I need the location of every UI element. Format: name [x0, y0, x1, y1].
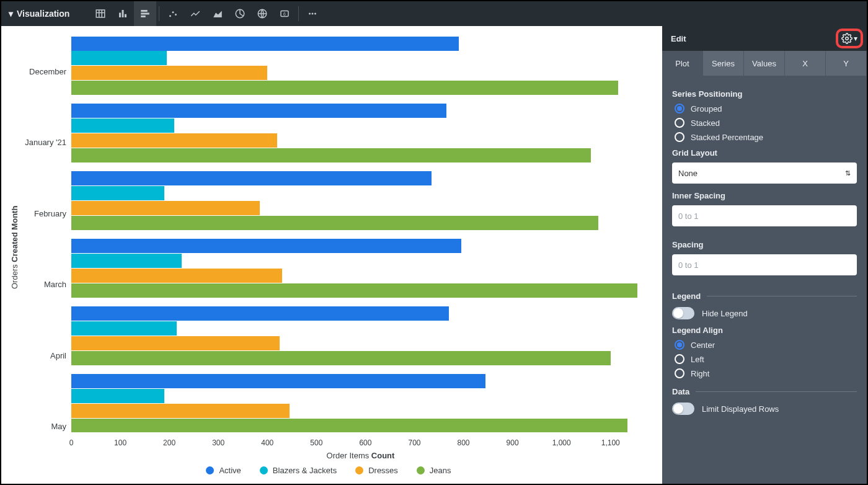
svg-rect-0 [97, 10, 105, 17]
legend-align-radio-group: CenterLeftRight [672, 340, 857, 378]
chart-type-area-button[interactable] [206, 1, 229, 26]
visualization-title-toggle[interactable]: ▾ Visualization [1, 1, 77, 26]
area-icon [212, 8, 223, 19]
bar-dresses[interactable] [71, 336, 280, 350]
svg-rect-5 [122, 10, 124, 17]
grid-layout-select[interactable]: None ⇅ [672, 162, 857, 184]
series-positioning-stacked-radio[interactable]: Stacked [675, 118, 857, 128]
series-positioning-stacked-percentage-radio[interactable]: Stacked Percentage [675, 132, 857, 142]
chart-type-icons: 6 [89, 1, 324, 26]
bar-icon [140, 8, 151, 19]
bar-blazers-jackets[interactable] [71, 254, 182, 268]
bar-active[interactable] [71, 239, 461, 253]
x-tick: 0 [69, 438, 74, 447]
bar-blazers-jackets[interactable] [71, 186, 164, 200]
chart-type-map-button[interactable] [251, 1, 273, 26]
legend-item-dresses[interactable]: Dresses [355, 466, 398, 475]
legend-align-center-radio[interactable]: Center [675, 340, 857, 350]
chart-type-column-button[interactable] [112, 1, 134, 26]
inner-spacing-input[interactable] [672, 205, 857, 226]
tab-x[interactable]: X [785, 51, 826, 76]
legend-dot-icon [355, 466, 363, 474]
single-value-icon: 6 [279, 8, 290, 19]
bar-jeans[interactable] [71, 148, 591, 162]
bar-active[interactable] [71, 37, 459, 51]
bar-dresses[interactable] [71, 201, 260, 215]
chart-type-pie-button[interactable] [229, 1, 251, 26]
bar-active[interactable] [71, 374, 485, 388]
legend-dot-icon [417, 466, 425, 474]
limit-rows-toggle[interactable] [672, 403, 694, 415]
bar-jeans[interactable] [71, 81, 618, 95]
spacing-input[interactable] [672, 254, 857, 275]
legend-item-jeans[interactable]: Jeans [417, 466, 451, 475]
series-positioning-option-label: Grouped [691, 104, 722, 113]
chart-legend: ActiveBlazers & JacketsDressesJeans [7, 462, 650, 478]
limit-rows-label: Limit Displayed Rows [702, 404, 779, 414]
chart-type-single-value-button[interactable]: 6 [273, 1, 296, 26]
chart-type-scatter-button[interactable] [162, 1, 184, 26]
bar-dresses[interactable] [71, 66, 267, 80]
legend-item-label: Jeans [430, 466, 451, 475]
tab-y[interactable]: Y [826, 51, 867, 76]
bar-group [71, 235, 650, 303]
legend-section-divider: Legend [672, 291, 857, 301]
bar-jeans[interactable] [71, 351, 611, 365]
legend-item-label: Dresses [368, 466, 398, 475]
legend-item-active[interactable]: Active [206, 466, 241, 475]
bar-blazers-jackets[interactable] [71, 118, 174, 133]
chart-type-bar-button[interactable] [134, 1, 156, 26]
category-labels: DecemberJanuary '21FebruaryMarchAprilMay [22, 32, 71, 462]
bar-dresses[interactable] [71, 133, 277, 148]
bar-jeans[interactable] [71, 419, 627, 433]
edit-pane: Edit ▾ PlotSeriesValuesXY Series Positio… [662, 26, 867, 484]
legend-align-left-radio[interactable]: Left [675, 354, 857, 364]
legend-align-option-label: Left [691, 355, 704, 364]
bar-jeans[interactable] [71, 216, 598, 230]
grid-layout-value: None [678, 169, 698, 178]
category-label: February [22, 178, 71, 249]
bar-active[interactable] [71, 104, 446, 118]
chart-type-more-button[interactable] [301, 1, 324, 26]
bar-group [71, 100, 650, 167]
svg-point-11 [172, 11, 174, 13]
chart-type-table-button[interactable] [89, 1, 112, 26]
series-positioning-grouped-radio[interactable]: Grouped [675, 104, 857, 113]
hide-legend-label: Hide Legend [702, 309, 748, 318]
data-section-divider: Data [672, 387, 857, 396]
x-tick: 200 [163, 438, 175, 447]
edit-body: Series Positioning GroupedStackedStacked… [662, 76, 867, 484]
tab-values[interactable]: Values [744, 51, 785, 76]
divider-line [707, 296, 857, 296]
x-axis: 01002003004005006007008009001,0001,100 O… [71, 437, 650, 462]
edit-tabs: PlotSeriesValuesXY [662, 51, 867, 76]
legend-align-right-radio[interactable]: Right [675, 368, 857, 378]
svg-rect-7 [141, 10, 148, 12]
x-tick: 800 [458, 438, 470, 447]
legend-item-blazers-jackets[interactable]: Blazers & Jackets [260, 466, 337, 475]
spacing-label: Spacing [672, 240, 857, 249]
chart-type-line-button[interactable] [184, 1, 206, 26]
bar-blazers-jackets[interactable] [71, 389, 164, 403]
bar-blazers-jackets[interactable] [71, 321, 177, 336]
chart-pane: Orders Created Month DecemberJanuary '21… [1, 26, 662, 484]
bar-active[interactable] [71, 171, 432, 185]
bar-blazers-jackets[interactable] [71, 51, 167, 65]
inner-spacing-label: Inner Spacing [672, 191, 857, 200]
tab-series[interactable]: Series [703, 51, 744, 76]
scatter-icon [167, 8, 179, 19]
bar-jeans[interactable] [71, 283, 637, 298]
bar-dresses[interactable] [71, 404, 290, 418]
x-axis-label: Order Items Count [71, 451, 650, 460]
hide-legend-toggle[interactable] [672, 307, 694, 319]
visualization-settings-gear-button[interactable]: ▾ [836, 29, 863, 48]
category-label: January '21 [22, 107, 71, 179]
bar-active[interactable] [71, 306, 449, 321]
bar-dresses[interactable] [71, 269, 282, 283]
svg-text:6: 6 [283, 12, 286, 16]
x-tick: 600 [359, 438, 371, 447]
series-positioning-label: Series Positioning [672, 89, 857, 99]
category-label: March [22, 249, 71, 321]
tab-plot[interactable]: Plot [662, 51, 703, 76]
legend-align-label: Legend Align [672, 326, 857, 335]
